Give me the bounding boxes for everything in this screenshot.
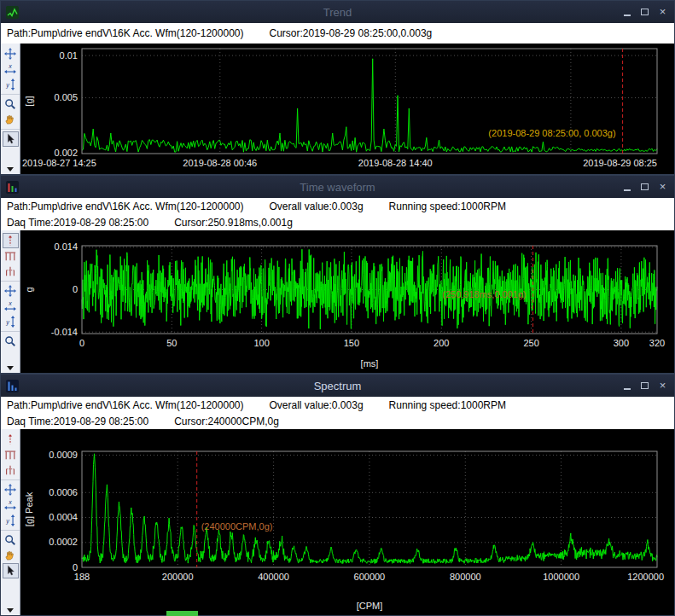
toolbar-group xyxy=(1,130,20,148)
minimize-button[interactable] xyxy=(620,6,633,18)
trend-chart[interactable]: (2019-08-29 08:25:00, 0.003g)0.0020.0050… xyxy=(20,44,674,174)
trend-window-controls: × xyxy=(620,6,669,18)
spectrum-window-controls: × xyxy=(620,380,669,392)
single-cursor-button[interactable] xyxy=(3,233,19,248)
trend-info-bar: Path:Pump\drive endV\16K Acc. Wfm(120-12… xyxy=(1,23,674,44)
zoom-button[interactable] xyxy=(3,96,19,112)
y-scale-icon: y xyxy=(4,78,16,90)
hand-button[interactable] xyxy=(3,112,19,127)
minimize-button[interactable] xyxy=(620,380,633,392)
vibration-analysis-app: { "icons": { "close": "×" }, "colors": {… xyxy=(0,0,675,616)
svg-text:y: y xyxy=(5,518,9,525)
pointer-button[interactable] xyxy=(3,563,19,578)
sideband-cursor-button[interactable] xyxy=(3,264,19,279)
maximize-icon xyxy=(641,9,649,15)
svg-text:1200000: 1200000 xyxy=(627,572,664,582)
taskbar-peek xyxy=(166,611,198,616)
svg-text:2019-08-28 00:46: 2019-08-28 00:46 xyxy=(183,158,257,168)
hand-button[interactable] xyxy=(3,548,19,563)
svg-text:188: 188 xyxy=(74,572,90,582)
single-cursor-button[interactable] xyxy=(3,432,19,447)
spectrum-info-bar-2: Daq Time:2019-08-29 08:25:00 Cursor:2400… xyxy=(1,413,674,429)
svg-text:600000: 600000 xyxy=(354,572,386,582)
toolbar-group xyxy=(1,430,20,480)
toolbar-group xyxy=(1,332,20,351)
y-scale-icon: y xyxy=(4,514,16,526)
trend-chart-area: (2019-08-29 08:25:00, 0.003g)0.0020.0050… xyxy=(20,44,674,174)
minimize-button[interactable] xyxy=(620,181,633,193)
toolbar-expand-icon[interactable] xyxy=(7,366,14,370)
svg-text:0.0002: 0.0002 xyxy=(49,537,78,547)
waveform-daq-time: Daq Time:2019-08-29 08:25:00 xyxy=(7,217,148,229)
maximize-icon xyxy=(641,183,649,190)
spectrum-info-bar-1: Path:Pump\drive endV\16K Acc. Wfm(120-12… xyxy=(1,397,674,413)
close-button[interactable]: × xyxy=(656,181,669,193)
pan-button[interactable] xyxy=(3,482,19,497)
svg-text:0.014: 0.014 xyxy=(54,241,78,252)
pan-button[interactable] xyxy=(3,46,19,61)
pointer-icon xyxy=(4,565,16,577)
svg-text:0.01: 0.01 xyxy=(60,50,78,61)
y-scale-button[interactable]: y xyxy=(3,314,19,329)
svg-text:(240000CPM,0g): (240000CPM,0g) xyxy=(201,521,273,532)
zoom-button[interactable] xyxy=(3,532,19,548)
sideband-cursor-button[interactable] xyxy=(3,462,19,478)
spectrum-window: Spectrum × Path:Pump\drive endV\16K Acc.… xyxy=(0,374,675,616)
spectrum-titlebar[interactable]: Spectrum × xyxy=(1,375,674,397)
svg-text:320: 320 xyxy=(649,338,665,348)
single-cursor-icon xyxy=(4,235,16,247)
y-scale-icon: y xyxy=(4,316,16,328)
waveform-chart-area: (250.918ms,0.001g)-0.01400.014g050100150… xyxy=(20,230,674,373)
maximize-icon xyxy=(641,382,649,389)
trend-cursor-readout: Cursor:2019-08-29 08:25:00,0.003g xyxy=(269,27,432,39)
toolbar-group: xy xyxy=(1,282,20,332)
maximize-button[interactable] xyxy=(638,6,651,18)
maximize-button[interactable] xyxy=(638,181,651,193)
maximize-button[interactable] xyxy=(638,380,651,392)
spectrum-chart-area: (240000CPM,0g)00.00020.00040.00060.0009[… xyxy=(20,429,674,615)
pointer-button[interactable] xyxy=(3,131,19,147)
toolbar-group xyxy=(1,95,20,130)
pan-button[interactable] xyxy=(3,283,19,299)
harmonic-cursor-button[interactable] xyxy=(3,248,19,264)
spectrum-cursor-readout: Cursor:240000CPM,0g xyxy=(174,416,279,427)
x-scale-button[interactable]: x xyxy=(3,497,19,513)
x-scale-button[interactable]: x xyxy=(3,61,19,77)
y-scale-button[interactable]: y xyxy=(3,513,19,528)
waveform-cursor-readout: Cursor:250.918ms,0.001g xyxy=(174,217,293,229)
toolbar-expand-icon[interactable] xyxy=(7,608,14,613)
x-scale-icon: x xyxy=(4,63,16,75)
harmonic-cursor-button[interactable] xyxy=(3,447,19,462)
svg-text:100: 100 xyxy=(253,338,269,348)
waveform-titlebar[interactable]: Time waveform × xyxy=(1,176,674,198)
spectrum-overall-value: Overall value:0.003g xyxy=(269,399,363,411)
svg-text:[g]: [g] xyxy=(24,96,34,106)
svg-text:300: 300 xyxy=(614,338,629,348)
svg-text:1000000: 1000000 xyxy=(543,572,579,582)
minimize-icon xyxy=(624,15,631,16)
svg-text:(2019-08-29 08:25:00, 0.003g): (2019-08-29 08:25:00, 0.003g) xyxy=(488,128,615,138)
hand-icon xyxy=(4,113,16,125)
close-button[interactable]: × xyxy=(656,6,669,18)
hand-icon xyxy=(4,549,16,561)
svg-text:2019-08-29 08:25: 2019-08-29 08:25 xyxy=(583,158,657,168)
svg-text:200: 200 xyxy=(434,338,449,348)
zoom-button[interactable] xyxy=(3,334,19,349)
trend-toolbar: xy xyxy=(1,44,20,174)
svg-text:0.0004: 0.0004 xyxy=(49,512,78,522)
waveform-overall-value: Overall value:0.003g xyxy=(269,200,363,212)
sideband-cursor-icon xyxy=(4,265,16,277)
close-button[interactable]: × xyxy=(656,380,669,392)
y-scale-button[interactable]: y xyxy=(3,77,19,92)
svg-text:y: y xyxy=(5,319,9,326)
spectrum-chart[interactable]: (240000CPM,0g)00.00020.00040.00060.0009[… xyxy=(20,429,674,615)
x-scale-button[interactable]: x xyxy=(3,299,19,314)
waveform-info-bar-2: Daq Time:2019-08-29 08:25:00 Cursor:250.… xyxy=(1,214,674,230)
svg-text:0: 0 xyxy=(73,284,78,294)
trend-window: Trend × Path:Pump\drive endV\16K Acc. Wf… xyxy=(0,0,675,175)
x-scale-icon: x xyxy=(4,300,16,312)
toolbar-expand-icon[interactable] xyxy=(7,167,14,171)
svg-text:-0.014: -0.014 xyxy=(51,327,78,337)
trend-titlebar[interactable]: Trend × xyxy=(1,1,674,23)
waveform-chart[interactable]: (250.918ms,0.001g)-0.01400.014g050100150… xyxy=(20,230,674,373)
